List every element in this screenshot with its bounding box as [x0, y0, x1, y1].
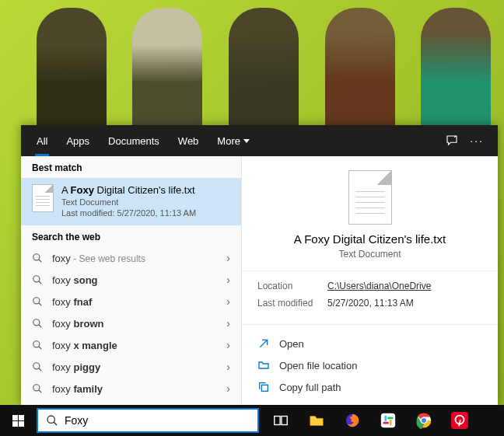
svg-rect-14	[390, 420, 392, 425]
tab-more[interactable]: More	[208, 125, 259, 156]
best-match-result[interactable]: A Foxy Digital Citizen's life.txt Text D…	[21, 178, 241, 225]
chevron-right-icon: ›	[226, 382, 230, 395]
wallpaper-figure	[325, 8, 395, 132]
chevron-right-icon: ›	[226, 339, 230, 351]
svg-point-5	[33, 363, 40, 369]
svg-point-2	[33, 298, 40, 304]
app-p-icon	[451, 412, 468, 429]
web-result-0[interactable]: foxy - See web results›	[21, 247, 241, 269]
search-flyout: All Apps Documents Web More ··· Best mat…	[21, 125, 498, 405]
best-match-type: Text Document	[61, 197, 196, 207]
more-options-icon[interactable]: ···	[470, 134, 484, 147]
svg-rect-13	[384, 416, 387, 421]
chevron-right-icon: ›	[226, 252, 230, 264]
windows-icon	[12, 415, 24, 427]
search-input[interactable]	[65, 414, 250, 427]
svg-rect-12	[381, 413, 395, 427]
svg-point-6	[33, 385, 40, 391]
tab-apps-label: Apps	[66, 135, 89, 147]
wallpaper-figure	[37, 8, 107, 132]
chrome-icon	[415, 412, 432, 429]
search-web-heading: Search the web	[21, 225, 241, 247]
tab-all[interactable]: All	[27, 125, 57, 156]
best-match-title: A Foxy Digital Citizen's life.txt	[61, 184, 196, 196]
tab-documents-label: Documents	[108, 135, 159, 147]
action-open[interactable]: Open	[257, 333, 482, 354]
preview-title: A Foxy Digital Citizen's life.txt	[250, 232, 490, 246]
web-result-3[interactable]: foxy brown›	[21, 312, 241, 334]
tab-more-label: More	[217, 135, 240, 147]
chevron-down-icon	[243, 139, 250, 143]
svg-point-1	[33, 276, 40, 282]
file-explorer-icon	[308, 412, 325, 429]
tab-web-label: Web	[178, 135, 199, 147]
web-result-2[interactable]: foxy fnaf›	[21, 291, 241, 312]
feedback-icon[interactable]	[445, 134, 459, 148]
action-open-location-label: Open file location	[279, 360, 357, 371]
wallpaper-figure	[421, 8, 491, 132]
web-result-text: foxy brown	[52, 318, 226, 330]
action-copy-path-label: Copy full path	[279, 382, 341, 393]
taskbar-firefox[interactable]	[335, 405, 369, 436]
svg-point-3	[33, 319, 40, 326]
search-icon	[32, 340, 43, 351]
chevron-right-icon: ›	[226, 295, 230, 308]
web-result-4[interactable]: foxy x mangle›	[21, 334, 241, 356]
text-document-icon	[32, 184, 54, 212]
tab-all-label: All	[37, 135, 47, 147]
web-result-5[interactable]: foxy piggy›	[21, 356, 241, 378]
preview-type: Text Document	[250, 249, 490, 260]
tab-web[interactable]: Web	[169, 125, 208, 156]
open-icon	[257, 337, 270, 350]
search-icon	[32, 296, 43, 307]
action-copy-path[interactable]: Copy full path	[257, 376, 482, 398]
web-result-text: foxy song	[52, 274, 226, 286]
action-open-location[interactable]: Open file location	[257, 354, 482, 376]
start-button[interactable]	[0, 405, 36, 436]
svg-point-0	[33, 254, 40, 260]
best-match-modified: Last modified: 5/27/2020, 11:13 AM	[61, 208, 196, 218]
wallpaper-figure	[132, 8, 202, 132]
chevron-right-icon: ›	[226, 274, 230, 286]
modified-value: 5/27/2020, 11:13 AM	[327, 298, 414, 309]
taskbar	[0, 405, 504, 436]
folder-icon	[257, 359, 270, 371]
web-result-1[interactable]: foxy song›	[21, 269, 241, 291]
web-result-text: foxy - See web results	[52, 253, 226, 264]
chevron-right-icon: ›	[226, 361, 230, 373]
tab-apps[interactable]: Apps	[57, 125, 99, 156]
web-result-6[interactable]: foxy family›	[21, 378, 241, 399]
web-result-text: foxy family	[52, 383, 226, 395]
modified-label: Last modified	[257, 298, 327, 309]
chevron-right-icon: ›	[226, 317, 230, 330]
task-view-icon	[272, 412, 289, 429]
search-icon	[32, 318, 43, 329]
wallpaper-figure	[229, 8, 299, 132]
svg-point-8	[47, 416, 54, 423]
taskbar-app-p[interactable]	[443, 405, 477, 436]
search-tabs: All Apps Documents Web More ···	[21, 125, 498, 156]
taskbar-search-box[interactable]	[37, 408, 259, 433]
tab-documents[interactable]: Documents	[99, 125, 169, 156]
firefox-icon	[344, 412, 361, 429]
copy-icon	[257, 381, 270, 393]
search-icon	[32, 274, 43, 285]
web-result-text: foxy fnaf	[52, 296, 226, 308]
taskbar-chrome[interactable]	[407, 405, 441, 436]
taskbar-file-explorer[interactable]	[299, 405, 334, 436]
web-result-text: foxy piggy	[52, 361, 226, 373]
svg-rect-16	[387, 417, 393, 419]
taskbar-slack[interactable]	[371, 405, 405, 436]
svg-rect-10	[282, 417, 287, 425]
web-result-text: foxy x mangle	[52, 340, 226, 351]
text-document-icon	[348, 170, 392, 225]
location-value[interactable]: C:\Users\diana\OneDrive	[327, 281, 431, 291]
svg-point-4	[33, 341, 40, 347]
search-icon	[32, 253, 43, 263]
taskbar-task-view[interactable]	[264, 405, 298, 436]
search-icon	[32, 383, 43, 394]
slack-icon	[380, 412, 397, 429]
preview-pane: A Foxy Digital Citizen's life.txt Text D…	[242, 156, 498, 405]
search-icon	[32, 361, 43, 372]
action-open-label: Open	[279, 338, 304, 350]
